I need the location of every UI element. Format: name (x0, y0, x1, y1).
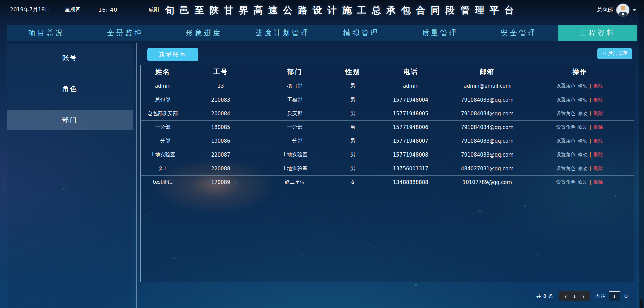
datetime-group: 2019年7月18日 星期四 16: 40 咸阳 (0, 6, 159, 13)
set-role-link[interactable]: 设置角色 (556, 111, 575, 116)
column-header: 操作 (525, 65, 634, 79)
table-cell: 二分部 (257, 134, 333, 148)
account-table-panel: 姓名工号部门性别电话邮箱操作 admin13项目部男adminadmin@ema… (140, 65, 634, 282)
edit-link[interactable]: 修改 (578, 111, 587, 116)
table-cell: 工程部 (257, 93, 333, 107)
delete-link[interactable]: 删除 (594, 179, 603, 185)
column-header: 工号 (185, 65, 256, 79)
table-row: 总包部210083工程部男15771948004791084033@qq.com… (141, 93, 634, 107)
column-header: 部门 (257, 65, 333, 79)
edit-link[interactable]: 修改 (578, 138, 587, 143)
table-cell: 女 (333, 175, 373, 189)
sidebar-menu: 账号角色部门 (7, 44, 133, 308)
edit-link[interactable]: 修改 (578, 179, 587, 185)
column-header: 性别 (333, 65, 373, 79)
top-bar: 2019年7月18日 星期四 16: 40 咸阳 旬邑至陕甘界高速公路设计施工总… (0, 0, 644, 19)
prev-page-icon[interactable]: ‹ (564, 293, 568, 300)
table-header-row: 姓名工号部门性别电话邮箱操作 (141, 65, 634, 79)
add-account-button[interactable]: 新增账号 (147, 48, 198, 61)
tab-project-overview[interactable]: 项目总况 (7, 25, 86, 41)
table-row: 一分部180085一分部男15771948006791084034@qq.com… (141, 120, 634, 134)
sidebar-item-account[interactable]: 账号 (7, 48, 133, 68)
table-cell: 15771948006 (372, 120, 449, 134)
actions-cell: 设置角色修改|删除 (525, 107, 634, 120)
table-cell: 工地实验室 (257, 162, 333, 175)
table-cell: 施工单位 (257, 175, 333, 189)
tab-simulation[interactable]: 模拟管理 (322, 25, 401, 41)
set-role-link[interactable]: 设置角色 (556, 152, 575, 157)
table-cell: 13756001317 (372, 162, 449, 175)
table-cell: 484027031@qq.com (449, 162, 525, 175)
table-row: 二分部190086二分部男15771948007791084033@qq.com… (141, 134, 634, 148)
table-row: 总包部质安部200084质安部男15771948005791084034@qq.… (141, 107, 634, 120)
sidebar-item-role[interactable]: 角色 (7, 79, 133, 99)
edit-link[interactable]: 修改 (578, 166, 587, 171)
back-admin-button[interactable]: < 后台管理 (597, 48, 632, 59)
table-cell: 220087 (185, 148, 256, 162)
page-unit-label: 页 (624, 293, 628, 299)
actions-cell: 设置角色修改|删除 (525, 134, 634, 148)
set-role-link[interactable]: 设置角色 (556, 124, 575, 130)
delete-link[interactable]: 删除 (594, 152, 603, 157)
table-row: test测试170089施工单位女1348888888810107789@qq.… (141, 175, 634, 189)
next-page-icon[interactable]: › (581, 293, 585, 300)
table-cell: 15771948004 (372, 93, 449, 107)
scrollbar-track[interactable] (639, 0, 644, 308)
nav-tabs: 项目总况全景监控形象进度进度计划管理模拟管理质量管理安全管理工程资料 (7, 25, 637, 41)
table-cell: 15771948005 (372, 107, 449, 120)
table-cell: 男 (333, 120, 373, 134)
goto-label: 前往 (596, 293, 605, 299)
table-row: 工地实验室220087工地实验室男15771948008791084033@qq… (141, 148, 634, 162)
table-cell: test测试 (141, 175, 185, 189)
table-cell: 220088 (185, 162, 256, 175)
delete-link[interactable]: 删除 (594, 166, 603, 171)
current-page-number[interactable]: 1 (573, 294, 576, 299)
table-cell: 男 (333, 162, 373, 175)
table-cell: 男 (333, 93, 373, 107)
time-label: 16: 40 (98, 7, 117, 13)
user-name-label: 总包部 (597, 7, 613, 14)
table-cell: 791084034@qq.com (449, 107, 525, 120)
edit-link[interactable]: 修改 (578, 97, 587, 102)
account-table: 姓名工号部门性别电话邮箱操作 admin13项目部男adminadmin@ema… (141, 65, 634, 189)
set-role-link[interactable]: 设置角色 (556, 138, 575, 143)
delete-link[interactable]: 删除 (594, 124, 603, 130)
edit-link[interactable]: 修改 (578, 152, 587, 157)
delete-link[interactable]: 删除 (594, 111, 603, 116)
table-cell: 男 (333, 148, 373, 162)
delete-link[interactable]: 删除 (594, 83, 603, 88)
tab-schedule-plan[interactable]: 进度计划管理 (243, 25, 322, 41)
scrollbar-thumb[interactable] (640, 299, 643, 308)
edit-link[interactable]: 修改 (578, 83, 587, 88)
total-count-label: 共 8 条 (536, 293, 553, 299)
avatar-head (621, 6, 625, 10)
table-cell: 15771948008 (372, 148, 449, 162)
set-role-link[interactable]: 设置角色 (556, 97, 575, 102)
weekday-label: 星期四 (65, 6, 81, 13)
tab-panorama-monitor[interactable]: 全景监控 (86, 25, 165, 41)
content-panel: 新增账号 < 后台管理 姓名工号部门性别电话邮箱操作 admin13项目部男ad… (136, 43, 636, 308)
tab-safety[interactable]: 安全管理 (480, 25, 558, 41)
set-role-link[interactable]: 设置角色 (556, 83, 575, 88)
table-cell: 余工 (141, 162, 185, 175)
set-role-link[interactable]: 设置角色 (556, 166, 575, 171)
set-role-link[interactable]: 设置角色 (556, 179, 575, 185)
edit-link[interactable]: 修改 (578, 124, 587, 130)
tab-engineering-data[interactable]: 工程资料 (558, 25, 637, 41)
actions-cell: 设置角色修改|删除 (525, 93, 634, 107)
delete-link[interactable]: 删除 (594, 97, 603, 102)
table-cell: 791084033@qq.com (449, 134, 525, 148)
delete-link[interactable]: 删除 (594, 138, 603, 143)
user-area: 总包部 (597, 4, 637, 16)
goto-page-input[interactable] (609, 291, 620, 301)
table-cell: 791084034@qq.com (449, 120, 525, 134)
sidebar-item-department[interactable]: 部门 (7, 110, 133, 130)
table-cell: 210083 (185, 93, 256, 107)
tab-quality[interactable]: 质量管理 (401, 25, 480, 41)
chevron-down-icon[interactable] (632, 9, 637, 11)
user-avatar[interactable] (616, 4, 629, 16)
page-title: 旬邑至陕甘界高速公路设计施工总承包合同段管理平台 (165, 4, 519, 17)
table-cell: 总包部质安部 (141, 107, 185, 120)
pagination: 共 8 条 ‹ 1 › 前往 页 (536, 291, 628, 301)
tab-visual-progress[interactable]: 形象进度 (165, 25, 244, 41)
